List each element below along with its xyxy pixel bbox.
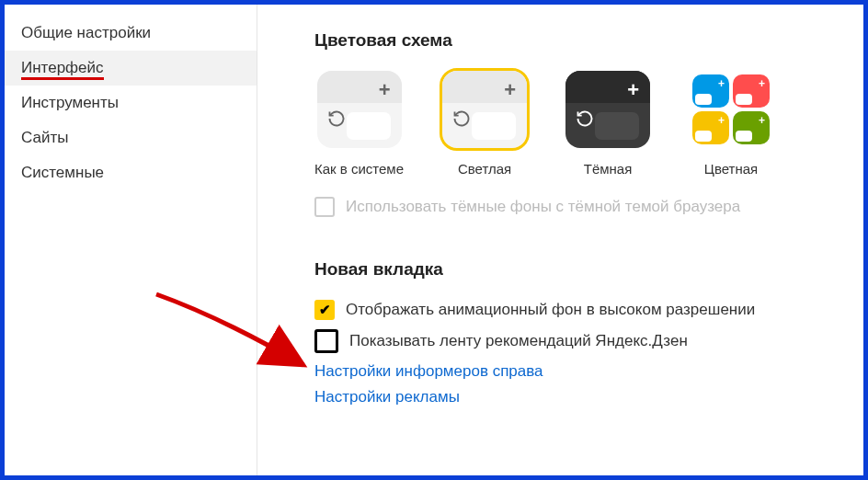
checkbox[interactable] — [314, 300, 335, 320]
anim-bg-option[interactable]: Отображать анимационный фон в высоком ра… — [314, 300, 845, 320]
checkbox-label: Показывать ленту рекомендаций Яндекс.Дзе… — [349, 332, 688, 350]
nav-label: Системные — [21, 164, 104, 181]
ads-link[interactable]: Настройки рекламы — [314, 388, 845, 406]
nav-label: Общие настройки — [21, 24, 151, 41]
theme-list: + Как в системе + Светлая — [314, 71, 845, 177]
informers-link[interactable]: Настройки информеров справа — [314, 362, 845, 381]
section-title-new-tab: Новая вкладка — [314, 259, 845, 280]
theme-preview: + — [442, 71, 527, 148]
dark-bg-option[interactable]: Использовать тёмные фоны с тёмной темой … — [314, 197, 845, 217]
sidebar-item-interface[interactable]: Интерфейс — [5, 51, 257, 86]
content-area: Цветовая схема + Как в системе + — [257, 5, 863, 475]
theme-label: Тёмная — [584, 161, 633, 177]
theme-label: Светлая — [458, 161, 511, 177]
sidebar-item-general[interactable]: Общие настройки — [5, 16, 257, 51]
theme-preview: + — [317, 71, 402, 148]
plus-icon: + — [379, 80, 391, 100]
reload-icon — [452, 109, 471, 128]
checkbox-label: Отображать анимационный фон в высоком ра… — [346, 301, 755, 319]
checkbox-label: Использовать тёмные фоны с тёмной темой … — [346, 198, 740, 216]
reload-icon — [576, 109, 594, 128]
nav-label: Инструменты — [21, 94, 119, 111]
zen-option[interactable]: Показывать ленту рекомендаций Яндекс.Дзе… — [314, 329, 845, 353]
settings-window: Общие настройки Интерфейс Инструменты Са… — [0, 0, 868, 480]
sidebar-item-system[interactable]: Системные — [5, 155, 257, 190]
sidebar-item-sites[interactable]: Сайты — [5, 120, 257, 155]
reload-icon — [327, 109, 346, 128]
sidebar: Общие настройки Интерфейс Инструменты Са… — [5, 5, 257, 475]
theme-option-system[interactable]: + Как в системе — [314, 71, 404, 177]
theme-label: Цветная — [704, 161, 758, 177]
theme-option-dark[interactable]: + Тёмная — [565, 71, 650, 177]
nav-label: Интерфейс — [21, 59, 104, 80]
plus-icon: + — [627, 80, 639, 100]
theme-preview: + — [565, 71, 650, 148]
theme-preview: + + + + — [689, 71, 773, 148]
theme-option-light[interactable]: + Светлая — [442, 71, 527, 177]
theme-label: Как в системе — [314, 161, 404, 177]
sidebar-item-tools[interactable]: Инструменты — [5, 86, 257, 120]
section-title-color-scheme: Цветовая схема — [314, 30, 845, 51]
checkbox[interactable] — [314, 197, 335, 217]
section-new-tab: Новая вкладка Отображать анимационный фо… — [314, 259, 845, 406]
theme-option-color[interactable]: + + + + Цветная — [689, 71, 773, 177]
nav-label: Сайты — [21, 129, 68, 146]
plus-icon: + — [504, 80, 516, 100]
checkbox[interactable] — [314, 329, 338, 353]
